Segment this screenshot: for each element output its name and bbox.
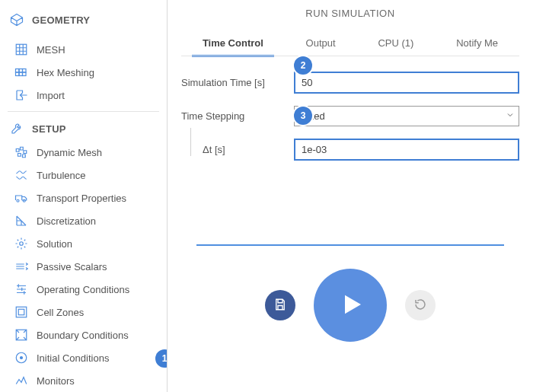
sidebar-item-label: MESH [37, 44, 65, 56]
sidebar-item-label: Dynamic Mesh [37, 147, 102, 158]
setup-icon [9, 121, 24, 136]
mesh-icon [14, 42, 29, 57]
input-dt[interactable] [294, 139, 519, 161]
discretization-icon [14, 213, 29, 228]
svg-rect-1 [16, 69, 20, 73]
chevron-down-icon [502, 110, 519, 122]
operating-conditions-icon [14, 282, 29, 297]
transport-icon [14, 190, 29, 206]
sidebar-item-discretization[interactable]: Discretization [0, 209, 167, 232]
reset-button[interactable] [405, 290, 436, 320]
label-dt: Δt [s] [203, 144, 294, 155]
label-time-stepping: Time Stepping [181, 110, 294, 122]
svg-rect-5 [19, 72, 23, 76]
cell-zones-icon [14, 304, 29, 320]
sidebar-item-transport-properties[interactable]: Transport Properties [0, 186, 167, 209]
sidebar-item-turbulence[interactable]: Turbulence [0, 164, 167, 186]
refresh-icon [413, 298, 427, 314]
solution-icon [14, 236, 29, 251]
tab-output[interactable]: Output [303, 33, 339, 56]
geometry-icon [9, 12, 24, 27]
svg-rect-9 [18, 309, 24, 315]
dynamic-mesh-icon [14, 145, 29, 160]
sidebar-group-setup[interactable]: SETUP [0, 116, 167, 141]
save-icon [273, 298, 287, 314]
sidebar-item-passive-scalars[interactable]: Passive Scalars [0, 255, 167, 278]
sidebar-item-label: Boundary Conditions [37, 330, 129, 341]
initial-conditions-icon [14, 350, 29, 365]
import-icon [14, 88, 29, 103]
svg-point-7 [20, 242, 24, 246]
sidebar-item-label: Passive Scalars [37, 261, 107, 272]
monitors-icon [14, 373, 29, 388]
sidebar-item-label: Turbulence [37, 170, 86, 181]
sidebar-item-label: Discretization [37, 215, 96, 227]
callout-badge-2: 2 [294, 56, 312, 75]
sidebar-item-import[interactable]: Import [0, 84, 167, 107]
svg-rect-4 [16, 72, 20, 76]
svg-rect-3 [23, 69, 27, 73]
select-time-stepping[interactable]: Fixed [294, 106, 519, 126]
save-button[interactable] [265, 290, 295, 320]
sidebar-item-label: Hex Meshing [37, 67, 94, 78]
sidebar-item-dynamic-mesh[interactable]: Dynamic Mesh [0, 141, 167, 164]
svg-rect-0 [16, 44, 27, 55]
sidebar-group-label: SETUP [32, 123, 66, 135]
label-simulation-time: Simulation Time [s] [181, 77, 294, 88]
sidebar-item-hex-meshing[interactable]: Hex Meshing [0, 61, 167, 84]
section-divider [196, 244, 504, 246]
svg-rect-2 [19, 69, 23, 73]
sidebar-item-mesh[interactable]: MESH [0, 38, 167, 61]
sidebar-item-monitors[interactable]: Monitors [0, 369, 167, 392]
sidebar-item-cell-zones[interactable]: Cell Zones [0, 301, 167, 323]
sidebar-item-label: Transport Properties [37, 193, 126, 204]
turbulence-icon [14, 167, 29, 183]
sidebar-item-label: Monitors [37, 375, 75, 387]
sidebar-item-label: Solution [37, 238, 72, 250]
svg-rect-8 [16, 307, 27, 317]
tab-notify-me[interactable]: Notify Me [453, 33, 501, 56]
tabs: Time Control Output CPU (1) Notify Me [181, 33, 519, 56]
select-value: Fixed [295, 107, 502, 126]
sidebar: GEOMETRY MESH Hex Meshing Import [0, 0, 168, 392]
run-controls [181, 269, 519, 342]
sidebar-group-label: GEOMETRY [32, 14, 90, 26]
input-simulation-time[interactable] [294, 72, 519, 94]
sidebar-item-operating-conditions[interactable]: Operating Conditions [0, 278, 167, 301]
tab-time-control[interactable]: Time Control [199, 33, 266, 56]
passive-scalars-icon [14, 259, 29, 274]
svg-point-12 [21, 357, 23, 359]
callout-badge-3: 3 [294, 107, 312, 125]
hex-meshing-icon [14, 65, 29, 80]
svg-rect-6 [23, 72, 27, 76]
play-icon [334, 288, 366, 323]
boundary-conditions-icon [14, 327, 29, 343]
sidebar-item-label: Cell Zones [37, 307, 84, 318]
tab-cpu[interactable]: CPU (1) [375, 33, 417, 56]
sidebar-item-solution[interactable]: Solution [0, 232, 167, 255]
sidebar-item-label: Initial Conditions [37, 352, 109, 364]
sidebar-item-initial-conditions[interactable]: Initial Conditions [0, 346, 167, 369]
page-title: RUN SIMULATION [181, 8, 519, 19]
sidebar-item-label: Import [37, 90, 65, 101]
sidebar-item-boundary-conditions[interactable]: Boundary Conditions [0, 323, 167, 346]
sidebar-group-geometry[interactable]: GEOMETRY [0, 8, 167, 32]
divider [8, 111, 159, 112]
main-panel: RUN SIMULATION Time Control Output CPU (… [168, 0, 533, 392]
sidebar-item-label: Operating Conditions [37, 284, 129, 295]
run-button[interactable] [314, 269, 387, 342]
